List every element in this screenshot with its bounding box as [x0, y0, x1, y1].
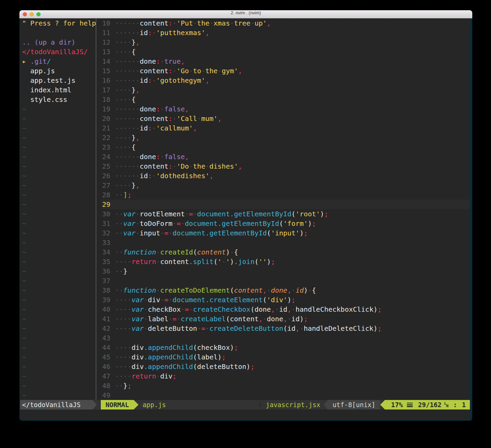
- code-line[interactable]: 24······done:·false,: [101, 152, 470, 161]
- code-line[interactable]: 19······done:·false,: [101, 104, 470, 114]
- tilde-marker: ~: [22, 114, 26, 123]
- editor-buffer[interactable]: 10······content:·'Put·the·xmas·tree·up',…: [96, 18, 470, 400]
- token-fg: content: [140, 162, 168, 170]
- token-ws: ··: [115, 219, 123, 228]
- token-ws: ·: [181, 305, 185, 313]
- sidebar-file-app-test-js[interactable]: app.test.js: [22, 76, 96, 85]
- token-kw: var: [131, 324, 144, 333]
- token-ws: ·: [189, 305, 193, 313]
- sidebar-file-index-html[interactable]: index.html: [22, 85, 96, 95]
- code-line[interactable]: 18····{: [101, 95, 470, 104]
- code-line[interactable]: 22····},: [101, 133, 470, 142]
- code-line[interactable]: 48··};: [101, 381, 470, 390]
- code-line[interactable]: 44····div.appendChild(checkBox);: [101, 343, 470, 352]
- code-line[interactable]: 41····var·label·=·createLabel(content,·d…: [101, 314, 470, 324]
- code-line[interactable]: 16······id:·'gotothegym',: [101, 76, 470, 85]
- line-number: 30: [101, 209, 110, 219]
- code-line[interactable]: 23····{: [101, 142, 470, 152]
- sidebar-file-style-css[interactable]: style.css: [22, 95, 96, 104]
- code-line[interactable]: 39····var·div·=·document.createElement('…: [101, 295, 470, 305]
- code-line[interactable]: 11······id:·'putthexmas',: [101, 28, 470, 37]
- close-window-button[interactable]: [23, 12, 27, 16]
- code-line[interactable]: 46····div.appendChild(deleteButton);: [101, 362, 470, 371]
- tilde-marker: ~: [22, 134, 26, 142]
- token-fg: }: [131, 86, 136, 94]
- code-line[interactable]: 43: [101, 333, 470, 343]
- tilde-marker: ~: [22, 296, 26, 304]
- code-line[interactable]: 40····var·checkBox·=·createCheckbox(done…: [101, 305, 470, 314]
- token-pun: ;: [304, 229, 308, 237]
- code-line[interactable]: 10······content:·'Put·the·xmas·tree·up',: [101, 18, 470, 28]
- code-line[interactable]: 21······id:·'callmum',: [101, 123, 470, 133]
- line-text: ··function·createToDoElement(content,·do…: [115, 285, 316, 295]
- token-str: 'form': [283, 219, 308, 228]
- code-line[interactable]: 15······content:·'Go·to·the·gym',: [101, 66, 470, 76]
- code-line[interactable]: 31··var·toDoForm·=·document.getElementBy…: [101, 219, 470, 228]
- token-fg: ): [287, 296, 291, 304]
- token-str: mum': [201, 114, 218, 123]
- code-line[interactable]: 27····},: [101, 181, 470, 190]
- token-kw: function: [123, 248, 156, 256]
- code-line[interactable]: 12····},: [101, 37, 470, 47]
- code-line[interactable]: 45····div.appendChild(label);: [101, 352, 470, 362]
- code-line[interactable]: 37: [101, 276, 470, 285]
- token-str: 'Do: [177, 162, 189, 170]
- code-line[interactable]: 32··var·input·=·document.getElementById(…: [101, 228, 470, 238]
- token-fn: createId: [160, 248, 193, 256]
- sidebar-file-app-js[interactable]: app.js: [22, 66, 96, 76]
- token-call: .appendChild: [144, 343, 193, 352]
- code-line[interactable]: 38··function·createToDoElement(content,·…: [101, 285, 470, 295]
- code-line[interactable]: 35····return·content.split('·').join('')…: [101, 257, 470, 266]
- token-fg: }: [131, 181, 136, 189]
- tilde-marker: ~: [22, 362, 26, 371]
- code-line[interactable]: 42····var·deleteButton·=·createDeleteBut…: [101, 324, 470, 333]
- code-line[interactable]: 13····{: [101, 47, 470, 57]
- token-fg: done: [140, 153, 156, 161]
- code-line[interactable]: 17····},: [101, 85, 470, 95]
- token-pun: ,: [136, 38, 140, 46]
- token-ws: ····: [115, 296, 131, 304]
- code-line[interactable]: 25······content:·'Do·the·dishes',: [101, 161, 470, 171]
- code-line[interactable]: 47····return·div;: [101, 371, 470, 381]
- zoom-window-button[interactable]: [36, 12, 41, 16]
- line-number: 16: [101, 76, 110, 85]
- line-number: 11: [101, 28, 110, 37]
- terminal-window: 2. nvim . (nvim) " Press ? for help.. (u…: [19, 10, 472, 421]
- empty-line-tilde: ~: [22, 200, 96, 209]
- token-pun: ,: [205, 29, 209, 37]
- empty-line-tilde: ~: [22, 142, 96, 152]
- line-number: 48: [101, 381, 110, 390]
- token-ws: ·: [189, 162, 193, 170]
- code-line[interactable]: 20······content:·'Call·mum',: [101, 114, 470, 123]
- line-text: ······id:·'dothedishes',: [115, 171, 213, 181]
- token-ws: ·: [205, 324, 209, 333]
- token-fg: done: [140, 105, 156, 113]
- token-ws: ·: [160, 57, 164, 65]
- token-str: ': [218, 258, 222, 266]
- code-line[interactable]: 33: [101, 238, 470, 247]
- line-text: ····{: [115, 47, 136, 57]
- tilde-marker: ~: [22, 305, 26, 313]
- window-titlebar[interactable]: 2. nvim . (nvim): [19, 10, 472, 18]
- token-ws: ·: [185, 210, 189, 218]
- sidebar-up-dir[interactable]: .. (up a dir): [22, 37, 96, 47]
- token-str: 'putthexmas': [156, 29, 205, 37]
- code-line[interactable]: 36··}: [101, 266, 470, 276]
- code-line[interactable]: 26······id:·'dothedishes',: [101, 171, 470, 181]
- code-line[interactable]: 30··var·rootElement·=·document.getElemen…: [101, 209, 470, 219]
- file-explorer[interactable]: " Press ? for help.. (up a dir)</todoVan…: [20, 18, 96, 400]
- token-fg: (: [291, 210, 296, 218]
- code-line-current[interactable]: 29: [101, 200, 470, 209]
- empty-line-tilde: ~: [22, 295, 96, 305]
- code-line[interactable]: 14······done:·true,: [101, 57, 470, 66]
- sidebar-dir-git[interactable]: ▸ .git/: [22, 57, 96, 66]
- code-line[interactable]: 34··function·createId(content)·{: [101, 247, 470, 257]
- minimize-window-button[interactable]: [30, 12, 34, 16]
- token-fg: handleCheckboxClick): [296, 305, 378, 313]
- token-pun: :: [169, 114, 173, 123]
- line-text: ····div.appendChild(deleteButton);: [115, 362, 254, 371]
- token-fg: {: [131, 143, 136, 151]
- code-line[interactable]: 49: [101, 390, 470, 400]
- code-line[interactable]: 28··];: [101, 190, 470, 200]
- command-line[interactable]: [20, 410, 470, 419]
